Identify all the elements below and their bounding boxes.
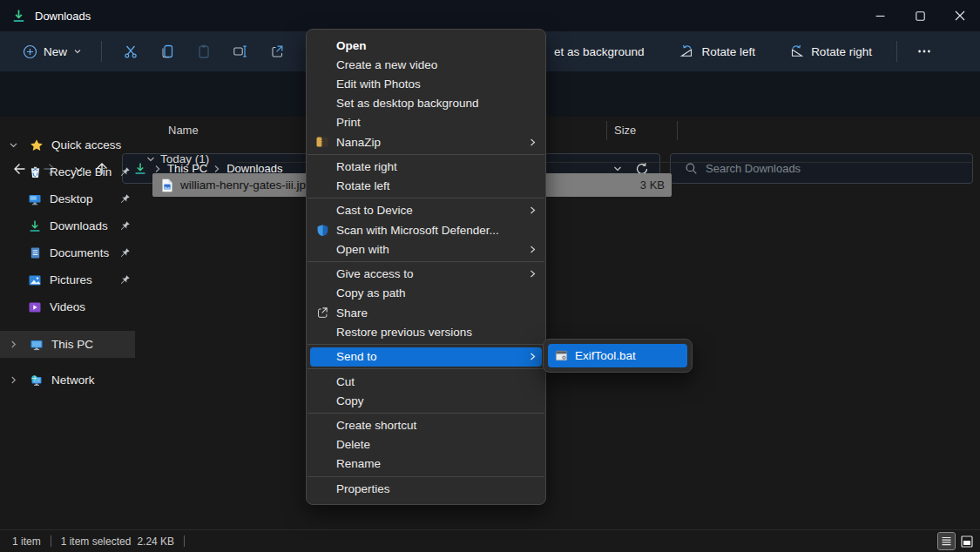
menu-separator bbox=[308, 154, 544, 155]
status-selection-summary: 1 item selected bbox=[61, 535, 132, 548]
rotate-left-button[interactable]: Rotate left bbox=[672, 38, 763, 64]
menu-item-send-to[interactable]: Send to bbox=[310, 347, 542, 367]
share-button[interactable] bbox=[259, 37, 295, 66]
column-header-name[interactable]: Name bbox=[168, 124, 199, 137]
details-view-button[interactable] bbox=[938, 533, 955, 549]
menu-item-open[interactable]: Open bbox=[307, 36, 545, 55]
paste-icon bbox=[196, 44, 212, 59]
menu-item-give-access-to[interactable]: Give access to bbox=[307, 265, 545, 284]
defender-shield-icon bbox=[314, 222, 330, 238]
submenu-arrow-icon bbox=[529, 245, 537, 254]
sidebar-item-pictures[interactable]: Pictures bbox=[0, 266, 139, 293]
close-button[interactable] bbox=[940, 0, 980, 31]
menu-item-rename[interactable]: Rename bbox=[307, 454, 545, 474]
sidebar-item-recycle-bin[interactable]: Recycle Bin bbox=[0, 158, 139, 185]
menu-item-edit-with-photos[interactable]: Edit with Photos bbox=[307, 74, 545, 93]
desktop-icon bbox=[24, 192, 45, 206]
menu-item-delete[interactable]: Delete bbox=[307, 435, 545, 454]
chevron-right-icon[interactable] bbox=[0, 340, 26, 349]
group-header-today[interactable]: Today (1) bbox=[146, 152, 209, 165]
rename-button[interactable] bbox=[222, 37, 259, 66]
sidebar-item-downloads[interactable]: Downloads bbox=[0, 212, 139, 239]
sidebar-item-label: Network bbox=[51, 374, 95, 387]
recycle-bin-icon bbox=[24, 165, 45, 178]
menu-item-nanazip[interactable]: NanaZip bbox=[307, 132, 545, 151]
sidebar-item-videos[interactable]: Videos bbox=[0, 293, 139, 320]
new-plus-icon bbox=[23, 44, 37, 59]
copy-button[interactable] bbox=[149, 37, 186, 66]
column-divider[interactable] bbox=[606, 121, 607, 140]
sidebar-item-desktop[interactable]: Desktop bbox=[0, 185, 139, 212]
paste-button[interactable] bbox=[186, 37, 222, 66]
menu-item-restore-previous-versions[interactable]: Restore previous versions bbox=[307, 322, 545, 341]
sidebar-item-documents[interactable]: Documents bbox=[0, 239, 139, 266]
navigation-pane: Quick access Recycle Bin Desktop Downloa… bbox=[0, 117, 139, 529]
status-divider bbox=[184, 535, 185, 547]
submenu-arrow-icon bbox=[529, 138, 537, 147]
download-icon bbox=[24, 219, 45, 233]
submenu-item-label: ExifTool.bat bbox=[575, 349, 636, 362]
rotate-right-button[interactable]: Rotate right bbox=[781, 38, 879, 64]
sidebar-item-this-pc[interactable]: This PC bbox=[0, 331, 135, 358]
see-more-button[interactable] bbox=[909, 37, 939, 66]
menu-separator bbox=[308, 476, 544, 477]
sidebar-item-label: Videos bbox=[50, 300, 85, 313]
toolbar-divider bbox=[896, 41, 897, 62]
send-to-submenu: ExifTool.bat bbox=[543, 339, 693, 373]
downloads-folder-icon bbox=[11, 9, 26, 24]
file-size: 3 KB bbox=[640, 178, 665, 192]
sidebar-item-label: Desktop bbox=[50, 192, 93, 205]
set-as-background-button[interactable]: et as background bbox=[547, 40, 652, 64]
menu-item-set-as-desktop-background[interactable]: Set as desktop background bbox=[307, 94, 545, 113]
menu-item-create-shortcut[interactable]: Create shortcut bbox=[307, 416, 545, 435]
chevron-right-icon[interactable] bbox=[0, 375, 26, 385]
rotate-left-label: Rotate left bbox=[702, 45, 756, 58]
file-list-pane: Name Size Today (1) william-henry-gates-… bbox=[139, 117, 980, 529]
sidebar-item-label: Recycle Bin bbox=[50, 165, 112, 178]
sidebar-item-quick-access[interactable]: Quick access bbox=[0, 131, 139, 158]
menu-item-copy[interactable]: Copy bbox=[307, 391, 545, 410]
menu-item-properties[interactable]: Properties bbox=[307, 479, 545, 498]
menu-item-cut[interactable]: Cut bbox=[307, 372, 545, 391]
scissors-icon bbox=[123, 44, 139, 59]
pictures-icon bbox=[24, 273, 45, 287]
sidebar-item-label: Documents bbox=[50, 246, 109, 259]
minimize-button[interactable] bbox=[860, 0, 900, 31]
column-divider[interactable] bbox=[677, 121, 678, 140]
menu-item-scan-with-microsoft-defender[interactable]: Scan with Microsoft Defender... bbox=[307, 220, 545, 239]
pin-icon bbox=[119, 193, 131, 205]
menu-item-open-with[interactable]: Open with bbox=[307, 239, 545, 259]
pin-icon bbox=[119, 220, 131, 232]
share-icon bbox=[269, 44, 285, 59]
new-button[interactable]: New bbox=[14, 39, 91, 64]
menu-item-copy-as-path[interactable]: Copy as path bbox=[307, 284, 545, 303]
pin-icon bbox=[119, 247, 131, 259]
submenu-arrow-icon bbox=[529, 205, 537, 215]
menu-item-print[interactable]: Print bbox=[307, 113, 545, 132]
menu-separator bbox=[308, 413, 544, 414]
sidebar-item-label: This PC bbox=[51, 338, 93, 351]
menu-separator bbox=[308, 198, 544, 199]
menu-item-cast-to-device[interactable]: Cast to Device bbox=[307, 201, 545, 220]
chevron-down-icon[interactable] bbox=[146, 155, 155, 164]
file-name: william-henry-gates-iii.jpg bbox=[180, 178, 313, 192]
group-header-label: Today (1) bbox=[160, 152, 209, 165]
cut-button[interactable] bbox=[112, 37, 149, 66]
status-bar: 1 item 1 item selected 2.24 KB bbox=[0, 529, 980, 552]
maximize-button[interactable] bbox=[900, 0, 940, 31]
menu-item-share[interactable]: Share bbox=[307, 303, 545, 322]
menu-item-rotate-left[interactable]: Rotate left bbox=[307, 177, 545, 196]
menu-item-create-a-new-video[interactable]: Create a new video bbox=[307, 55, 545, 74]
menu-item-rotate-right[interactable]: Rotate right bbox=[307, 157, 545, 176]
large-icons-view-button[interactable] bbox=[958, 533, 975, 549]
submenu-arrow-icon bbox=[529, 352, 537, 361]
chevron-down-icon[interactable] bbox=[0, 140, 26, 150]
submenu-item-exiftool-bat[interactable]: ExifTool.bat bbox=[548, 344, 687, 367]
sidebar-item-network[interactable]: Network bbox=[0, 367, 139, 394]
status-item-count: 1 item bbox=[12, 535, 41, 548]
set-as-background-label: et as background bbox=[554, 45, 645, 58]
sidebar-item-label: Downloads bbox=[50, 219, 108, 232]
title-bar: Downloads bbox=[0, 0, 980, 31]
submenu-arrow-icon bbox=[529, 269, 537, 279]
column-header-size[interactable]: Size bbox=[614, 124, 636, 137]
